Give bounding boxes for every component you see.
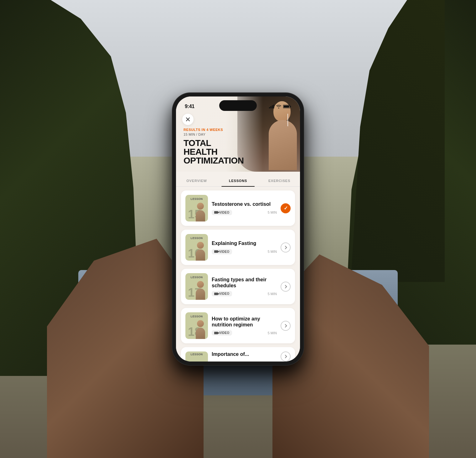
svg-rect-6 [284,106,289,108]
lesson-duration-17: 5 MIN [268,292,277,296]
lesson-card-16[interactable]: Lesson 16 Explaining Fasting VIDEO [181,230,295,265]
lesson-type-label-16: VIDEO [219,250,230,253]
video-icon-17 [214,293,218,295]
video-icon-18 [214,332,218,334]
chevron-right-18 [283,324,287,327]
partial-title: Importance of... [212,351,277,357]
svg-rect-2 [272,105,273,108]
checkmark-15: ✓ [284,205,288,211]
close-icon [186,117,190,121]
lesson-type-badge-18: VIDEO [212,330,232,336]
tab-exercises[interactable]: EXERCISES [259,179,300,186]
tabs-bar: OVERVIEW LESSONS EXERCISES [176,172,300,187]
lesson-card-17[interactable]: Lesson 17 Fasting types and their schedu… [181,269,295,304]
lesson-duration-16: 5 MIN [268,250,277,253]
lesson-meta-16: VIDEO 5 MIN [212,249,277,254]
lesson-info-partial: Importance of... [212,351,277,357]
lesson-title-17: Fasting types and their schedules [212,277,277,289]
hero-subtitle: 15 MIN / DAY [184,133,234,136]
wifi-icon [276,105,281,108]
hero-tag: RESULTS IN 4 WEEKS [184,128,234,132]
hero-title-line2: OPTIMIZATION [184,156,244,165]
battery-icon [283,105,291,108]
lesson-thumb-partial-label: Lesson [185,353,208,356]
signal-icon [269,105,274,108]
lesson-thumb-18: Lesson 18 [185,312,208,339]
svg-rect-3 [273,105,274,108]
lesson-info-16: Explaining Fasting VIDEO 5 MIN [212,240,277,254]
lesson-card-partial[interactable]: Lesson Importance of... [181,347,295,362]
lessons-list[interactable]: Lesson 15 Testosterone vs. cortisol V [176,187,300,362]
status-icons [269,105,291,108]
lesson-thumb-17: Lesson 17 [185,273,208,300]
lesson-card-18[interactable]: Lesson 18 How to optimize any nutrition … [181,308,295,343]
partial-action[interactable] [281,351,291,362]
lesson-action-17[interactable] [281,282,291,292]
chevron-right-16 [283,246,287,249]
lesson-info-15: Testosterone vs. cortisol VIDEO 5 MIN [212,201,277,215]
lesson-action-18[interactable] [281,321,291,331]
svg-rect-0 [269,107,270,108]
phone-outer: 9:41 [172,93,304,365]
lesson-thumb-label-18: Lesson [185,315,208,318]
video-icon-16 [214,250,218,253]
lesson-meta-15: VIDEO 5 MIN [212,210,277,215]
lesson-thumb-label-17: Lesson [185,276,208,279]
lesson-title-18: How to optimize any nutrition regimen [212,316,277,328]
lesson-thumb-label-16: Lesson [185,237,208,240]
svg-rect-1 [271,106,272,108]
hero-title-line1: TOTAL HEALTH [184,138,217,157]
lesson-thumb-15: Lesson 15 [185,195,208,221]
tab-overview[interactable]: OVERVIEW [176,179,217,186]
lesson-type-label-15: VIDEO [219,211,230,214]
tab-lessons[interactable]: LESSONS [217,179,259,186]
lesson-thumb-person-15 [195,203,206,221]
lesson-meta-18: VIDEO 5 MIN [212,330,277,336]
hero-title: TOTAL HEALTH OPTIMIZATION [184,139,234,165]
lesson-thumb-partial: Lesson [185,351,208,362]
dynamic-island [219,100,257,111]
lesson-type-badge-15: VIDEO [212,210,232,215]
lesson-type-badge-16: VIDEO [212,249,232,254]
lesson-thumb-16: Lesson 16 [185,234,208,261]
lesson-type-label-17: VIDEO [219,292,230,295]
lesson-action-15[interactable]: ✓ [281,203,291,213]
status-time: 9:41 [185,104,194,109]
lesson-title-15: Testosterone vs. cortisol [212,201,277,207]
lesson-meta-17: VIDEO 5 MIN [212,291,277,296]
lesson-thumb-label-15: Lesson [185,197,208,200]
lesson-type-label-18: VIDEO [219,331,230,335]
lesson-thumb-person-16 [195,242,206,261]
close-button[interactable] [182,114,194,125]
phone-wrapper: 9:41 [172,93,304,365]
phone-screen: 9:41 [176,96,300,362]
lesson-thumb-person-17 [195,281,206,300]
lesson-duration-15: 5 MIN [268,211,277,214]
lesson-info-18: How to optimize any nutrition regimen VI… [212,316,277,336]
lesson-title-16: Explaining Fasting [212,240,277,246]
lesson-thumb-person-18 [195,320,206,339]
lesson-card-15[interactable]: Lesson 15 Testosterone vs. cortisol V [181,190,295,226]
video-icon-15 [214,211,218,214]
chevron-right-partial [283,355,287,358]
svg-rect-5 [290,106,291,107]
lesson-duration-18: 5 MIN [268,331,277,335]
lesson-type-badge-17: VIDEO [212,291,232,296]
lesson-info-17: Fasting types and their schedules VIDEO … [212,277,277,296]
lesson-action-16[interactable] [281,242,291,252]
chevron-right-17 [283,285,287,288]
